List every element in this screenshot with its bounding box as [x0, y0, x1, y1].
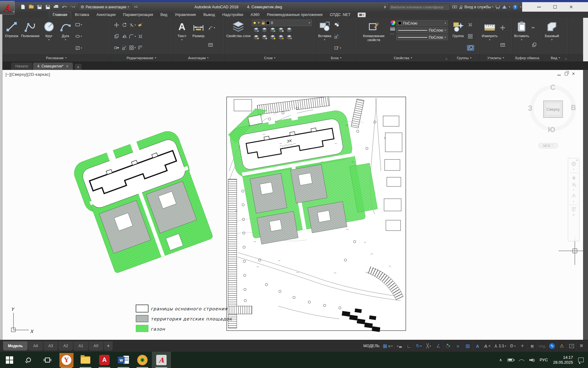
viewcube-top-face[interactable]: Сверху — [543, 101, 563, 118]
lineweight-display-button[interactable]: ≡ — [453, 342, 463, 350]
workspace-switching-button[interactable]: ⚙▾ — [507, 342, 517, 350]
layout-tab-a0[interactable]: А0 — [89, 341, 103, 351]
app-file-explorer[interactable] — [76, 352, 95, 368]
measure-button[interactable]: Измерить▾ — [481, 19, 499, 54]
layout-tab-a3[interactable]: А3 — [43, 341, 58, 351]
a360-share-icon[interactable] — [502, 5, 507, 9]
panel-label-utilities[interactable]: Утилиты▾ — [480, 54, 512, 61]
search-input[interactable] — [389, 4, 450, 10]
clock[interactable]: 14:17 28.05.2025 — [553, 355, 573, 365]
annotation-autoscale-button[interactable]: А✳ — [482, 342, 492, 350]
insert-block-button[interactable]: Вставка▾ — [316, 19, 333, 54]
model-space-button[interactable]: МОДЕЛЬ — [361, 342, 381, 350]
scale-button[interactable] — [121, 45, 128, 51]
block-attributes-button[interactable]: ▾ — [334, 45, 342, 51]
file-tab-close-icon[interactable]: ✕ — [66, 64, 69, 68]
save-as-button[interactable]: ✎ — [45, 4, 51, 10]
lineweight-dropdown[interactable]: ПоСлою▾ — [396, 27, 448, 33]
layout-tab-a1[interactable]: А1 — [74, 341, 88, 351]
ellipse-button[interactable]: ▾ — [74, 33, 83, 39]
dimension-button[interactable]: Размер — [190, 19, 207, 54]
group-edit-button[interactable] — [467, 33, 474, 39]
viewcube-south[interactable]: Ю — [548, 126, 555, 134]
move-button[interactable] — [113, 22, 120, 28]
line-button[interactable]: Отрезок — [3, 19, 20, 54]
panel-label-groups[interactable]: Группы▾ — [449, 54, 479, 61]
id-point-button[interactable] — [499, 25, 506, 30]
layout-tab-model[interactable]: Модель — [3, 341, 28, 351]
layer-properties-button[interactable]: Свойства слоя — [225, 19, 252, 54]
erase-button[interactable] — [137, 22, 144, 28]
layer-freeze-button[interactable] — [253, 34, 259, 40]
array-button[interactable]: ▾ — [128, 45, 137, 51]
cut-button[interactable]: ✂ — [531, 25, 537, 30]
app-eye-browser[interactable] — [133, 352, 152, 368]
app-store-icon[interactable] — [496, 5, 500, 8]
tab-insert[interactable]: Вставка — [72, 12, 92, 18]
ungroup-button[interactable] — [467, 22, 474, 28]
pan-icon[interactable] — [571, 175, 576, 180]
fillet-button[interactable]: ▾ — [128, 34, 137, 39]
panel-label-block[interactable]: Блок▾ — [315, 54, 357, 61]
new-drawing-tab-button[interactable]: + — [75, 64, 81, 70]
doc-minimize-button[interactable] — [557, 75, 561, 75]
layer-thaw-all-button[interactable] — [270, 34, 276, 40]
layer-state-button[interactable] — [286, 34, 292, 40]
app-acrobat[interactable]: A — [95, 352, 114, 368]
panel-label-properties[interactable]: Свойства▾↘ — [357, 54, 449, 61]
annotation-monitor-button[interactable]: + — [517, 342, 527, 350]
tab-featured-apps[interactable]: Рекомендованные приложения — [263, 12, 326, 18]
base-view-button[interactable]: Базовый▾ — [544, 19, 560, 54]
infocenter-collapse-icon[interactable] — [384, 6, 386, 9]
layout-tab-a2[interactable]: А2 — [58, 341, 73, 351]
search-icon[interactable] — [452, 6, 457, 8]
explode-button[interactable] — [137, 34, 144, 39]
customization-button[interactable]: ≡ — [576, 342, 586, 350]
doc-restore-button[interactable] — [565, 72, 568, 75]
graphics-performance-button[interactable]: ✎ — [547, 342, 557, 350]
view-dialog-launcher[interactable]: ↘ — [564, 57, 567, 60]
panel-label-view[interactable]: Вид▾↘ — [543, 54, 568, 61]
layer-off-button[interactable] — [261, 34, 268, 40]
tab-parametric[interactable]: Параметризация — [120, 12, 156, 18]
drawing-area[interactable]: ЗК — [2, 70, 583, 340]
save-button[interactable] — [37, 4, 42, 10]
file-tab-start[interactable]: Начало — [11, 63, 32, 70]
doc-close-button[interactable]: ✕ — [572, 72, 575, 76]
hidden-icons-chevron[interactable]: ∧ — [499, 358, 502, 362]
layer-match-button[interactable] — [261, 27, 268, 33]
navbar-close-icon[interactable]: ✕ — [576, 159, 578, 162]
steering-wheel-icon[interactable] — [571, 161, 576, 167]
layer-unisolate-button[interactable] — [286, 27, 292, 33]
wifi-icon[interactable] — [519, 358, 524, 362]
volume-icon[interactable]: )) — [530, 358, 534, 362]
layer-warning-button[interactable]: ⚠ — [557, 342, 567, 350]
arc-button[interactable]: Дуга▾ — [57, 19, 74, 54]
tab-spds[interactable]: СПДС .NET — [326, 12, 354, 18]
viewcube-north[interactable]: С — [550, 83, 556, 92]
offset-button[interactable] — [137, 45, 144, 51]
properties-dialog-launcher[interactable]: ↘ — [445, 57, 447, 60]
viewcube-ucs-menu[interactable]: МСК▽ — [538, 143, 558, 148]
object-color-dropdown[interactable]: ПоСлою▾ — [396, 20, 448, 26]
language-indicator[interactable]: РУС — [540, 358, 548, 362]
ortho-button[interactable]: ∟ — [404, 342, 414, 350]
app-autocad[interactable]: A — [152, 352, 171, 368]
copy-button[interactable] — [113, 34, 120, 39]
viewport-controls-label[interactable]: [−][Сверху][2D-каркас] — [6, 72, 50, 77]
orbit-icon[interactable] — [571, 193, 576, 198]
tab-view[interactable]: Вид — [157, 12, 171, 18]
task-view-button[interactable] — [38, 352, 57, 368]
selection-cycling-button[interactable]: ▨ — [463, 342, 473, 350]
isodraft-button[interactable]: ╳▾ — [424, 342, 433, 350]
layer-make-current-button[interactable] — [253, 27, 259, 33]
maximize-button[interactable] — [553, 5, 557, 9]
polyline-button[interactable]: Полилиния — [20, 19, 41, 54]
navbar-settings-icon[interactable]: ⚙ — [573, 214, 575, 216]
snap-grid-button[interactable]: ▦⩿▾ — [381, 342, 394, 350]
tab-annotate[interactable]: Аннотации — [93, 12, 119, 18]
panel-label-draw[interactable]: Рисование▾ — [2, 54, 110, 61]
rectangle-button[interactable]: ▾ — [74, 22, 83, 28]
paste-button[interactable]: Вставить▾ — [513, 19, 530, 54]
panel-label-modify[interactable]: Редактирование▾ — [110, 54, 172, 61]
